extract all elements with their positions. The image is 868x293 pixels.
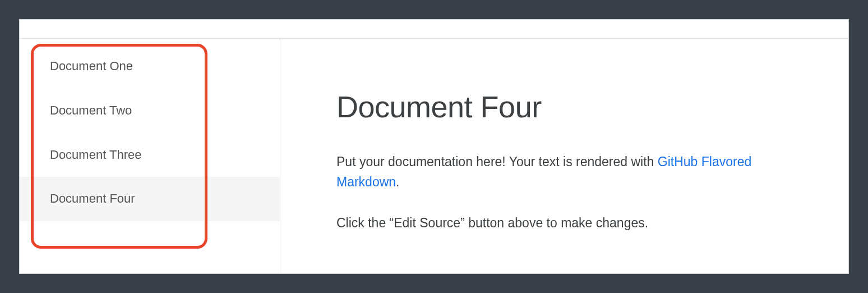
- paragraph-text: Put your documentation here! Your text i…: [336, 154, 658, 169]
- document-paragraph-1: Put your documentation here! Your text i…: [336, 152, 796, 192]
- app-window: Document One Document Two Document Three…: [19, 19, 849, 274]
- document-paragraph-2: Click the “Edit Source” button above to …: [336, 213, 796, 234]
- top-bar: [20, 20, 848, 39]
- paragraph-text: .: [396, 175, 399, 189]
- sidebar: Document One Document Two Document Three…: [20, 39, 280, 273]
- sidebar-item-document-two[interactable]: Document Two: [20, 89, 280, 133]
- sidebar-item-document-three[interactable]: Document Three: [20, 133, 280, 177]
- sidebar-item-label: Document Three: [50, 148, 141, 162]
- sidebar-item-document-one[interactable]: Document One: [20, 44, 280, 89]
- content-area: Document One Document Two Document Three…: [20, 39, 848, 273]
- main-content: Document Four Put your documentation her…: [280, 39, 848, 273]
- sidebar-item-label: Document Two: [50, 103, 132, 117]
- document-title: Document Four: [336, 89, 815, 124]
- sidebar-item-document-four[interactable]: Document Four: [20, 177, 280, 221]
- sidebar-item-label: Document One: [50, 59, 133, 73]
- sidebar-item-label: Document Four: [50, 191, 135, 205]
